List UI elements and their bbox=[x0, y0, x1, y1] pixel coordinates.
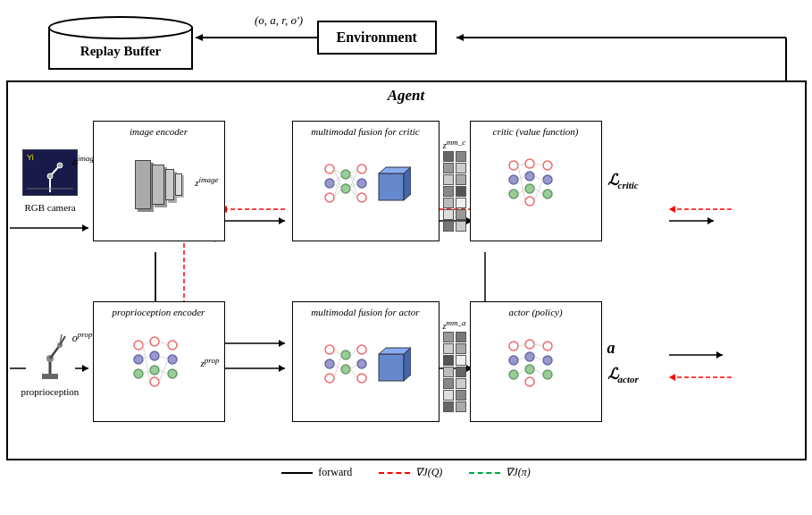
svg-point-148 bbox=[543, 370, 552, 379]
svg-point-106 bbox=[134, 369, 143, 378]
image-encoder-box: image encoder zimage bbox=[93, 121, 225, 241]
svg-line-90 bbox=[518, 189, 525, 194]
svg-line-132 bbox=[334, 355, 341, 378]
svg-line-118 bbox=[159, 342, 168, 345]
fusion-critic-visual bbox=[321, 158, 411, 212]
svg-line-130 bbox=[334, 350, 341, 355]
svg-point-112 bbox=[168, 355, 177, 364]
action-label: a bbox=[607, 339, 615, 358]
critic-title: critic (value function) bbox=[471, 126, 601, 137]
svg-point-146 bbox=[543, 342, 552, 350]
svg-line-117 bbox=[143, 345, 150, 382]
z-col-2 bbox=[456, 151, 466, 232]
critic-box: critic (value function) bbox=[470, 121, 602, 241]
prop-encoder-nn-svg bbox=[130, 333, 188, 391]
legend-grad-q-label: ∇J(Q) bbox=[415, 466, 442, 479]
legend-forward-line bbox=[281, 472, 313, 474]
svg-point-84 bbox=[525, 197, 534, 206]
z-mm-c-blocks bbox=[443, 151, 466, 232]
svg-point-81 bbox=[525, 159, 534, 168]
svg-rect-97 bbox=[42, 374, 58, 379]
z-mm-c-label: zmm_c bbox=[443, 138, 465, 150]
svg-point-104 bbox=[134, 341, 143, 350]
svg-point-107 bbox=[150, 337, 159, 346]
svg-point-105 bbox=[134, 355, 143, 364]
svg-marker-138 bbox=[404, 348, 411, 381]
z-prop-label: zprop bbox=[201, 355, 220, 368]
agent-outer-box: Agent bbox=[6, 80, 807, 460]
svg-line-133 bbox=[350, 350, 357, 355]
image-encoder-title: image encoder bbox=[94, 126, 224, 137]
actor-box: actor (policy) bbox=[470, 301, 602, 422]
svg-line-153 bbox=[534, 357, 543, 360]
svg-point-140 bbox=[509, 356, 518, 365]
svg-point-55 bbox=[325, 165, 334, 173]
svg-line-150 bbox=[518, 357, 525, 360]
fusion-critic-title: multimodal fusion for critic bbox=[293, 126, 439, 137]
svg-rect-75 bbox=[379, 173, 404, 200]
svg-point-113 bbox=[168, 369, 177, 378]
svg-point-129 bbox=[357, 374, 366, 383]
svg-point-123 bbox=[325, 359, 334, 368]
svg-point-61 bbox=[357, 179, 366, 188]
svg-point-60 bbox=[357, 165, 366, 173]
svg-point-109 bbox=[150, 366, 159, 375]
camera-view-svg: Yi bbox=[22, 149, 78, 196]
svg-text:Yi: Yi bbox=[27, 153, 34, 162]
z-a-col-1 bbox=[443, 332, 454, 412]
svg-point-78 bbox=[509, 161, 518, 170]
cnn-visual bbox=[135, 160, 182, 209]
svg-line-88 bbox=[518, 164, 525, 165]
actor-title: actor (policy) bbox=[471, 307, 601, 317]
legend-grad-q-line bbox=[379, 472, 410, 474]
fusion-critic-box: multimodal fusion for critic bbox=[292, 121, 439, 241]
proprioception-label: proprioception bbox=[21, 386, 80, 397]
robot-arm-svg bbox=[26, 327, 75, 381]
z-image-label: zimage bbox=[195, 174, 218, 188]
svg-point-56 bbox=[325, 179, 334, 188]
prop-image-container: oprop bbox=[26, 327, 75, 384]
svg-point-122 bbox=[325, 345, 334, 354]
actor-nn-svg bbox=[505, 335, 567, 389]
camera-image-container: oimage Yi bbox=[22, 149, 78, 199]
fusion-critic-nn-svg bbox=[321, 158, 370, 212]
proprioception-col: oprop bbox=[8, 327, 93, 397]
svg-point-80 bbox=[509, 190, 518, 198]
obs-prop-label: oprop bbox=[72, 330, 93, 345]
fusion-actor-visual bbox=[321, 339, 411, 393]
svg-rect-136 bbox=[379, 354, 404, 381]
svg-line-91 bbox=[518, 165, 525, 201]
svg-point-110 bbox=[150, 377, 159, 386]
svg-marker-7 bbox=[456, 34, 464, 41]
svg-line-152 bbox=[534, 344, 543, 346]
svg-point-143 bbox=[525, 352, 534, 361]
top-row: oimage Yi RGB camera bbox=[8, 107, 805, 255]
actor-outputs: a ℒactor bbox=[607, 339, 639, 384]
legend-grad-pi-line bbox=[469, 472, 500, 474]
top-section: Replay Buffer Environment (o, a, r, o') bbox=[4, 4, 808, 80]
z-mm-a-blocks bbox=[443, 332, 466, 412]
agent-title: Agent bbox=[8, 82, 805, 105]
svg-point-108 bbox=[150, 351, 159, 360]
main-container: Replay Buffer Environment (o, a, r, o') bbox=[4, 4, 808, 510]
svg-line-116 bbox=[143, 370, 150, 374]
svg-point-125 bbox=[341, 350, 350, 359]
svg-line-135 bbox=[350, 369, 357, 378]
rgb-camera-label: RGB camera bbox=[24, 202, 75, 213]
svg-point-83 bbox=[525, 184, 534, 193]
fusion-actor-cube-svg bbox=[375, 345, 411, 385]
svg-point-85 bbox=[543, 161, 552, 170]
svg-point-144 bbox=[525, 365, 534, 374]
rgb-camera-col: oimage Yi RGB camera bbox=[8, 149, 93, 213]
svg-line-134 bbox=[350, 364, 357, 369]
svg-line-115 bbox=[143, 356, 150, 359]
svg-line-151 bbox=[518, 369, 525, 375]
svg-point-79 bbox=[509, 175, 518, 184]
svg-line-93 bbox=[534, 176, 543, 180]
legend-grad-pi-label: ∇J(π) bbox=[506, 466, 530, 479]
prop-encoder-box: proprioception encoder bbox=[93, 301, 225, 422]
loss-actor-label-container: ℒactor bbox=[607, 365, 639, 384]
fusion-critic-cube-svg bbox=[375, 165, 411, 205]
svg-point-52 bbox=[57, 163, 63, 168]
loss-critic-label: ℒcritic bbox=[607, 171, 639, 190]
